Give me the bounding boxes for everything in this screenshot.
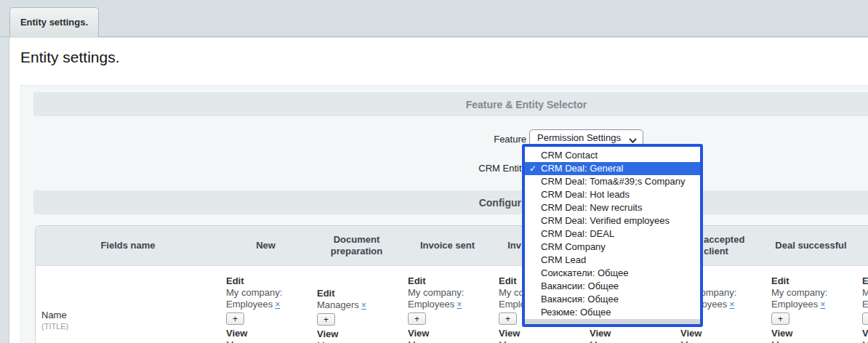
column-header: Document preparation <box>311 226 402 265</box>
dropdown-option-label: CRM Lead <box>541 254 586 265</box>
dropdown-option[interactable]: Вакансия: Общее <box>525 293 700 306</box>
dropdown-option-label: Соискатели: Общее <box>541 267 629 278</box>
permission-group-label: Edit <box>862 275 868 287</box>
column-header: New <box>220 226 311 265</box>
remove-permission-link[interactable]: × <box>820 299 825 310</box>
permission-group: ViewMy company: <box>408 328 490 343</box>
permission-group-label: Edit <box>408 275 490 287</box>
permission-group: ViewMy company: <box>862 328 868 343</box>
permission-group: ViewManagers× <box>317 328 399 343</box>
permission-value: Employees <box>408 299 454 310</box>
permission-value: My company: <box>680 339 736 343</box>
permission-value: My company: <box>590 339 646 343</box>
permission-value: Managers <box>317 299 359 310</box>
permissions-table: Fields nameNewDocument preparationInvoic… <box>35 225 868 343</box>
dropdown-option-label: CRM Deal: Hot leads <box>541 189 630 200</box>
permission-group: ViewMy company: <box>226 328 308 343</box>
entity-settings-page: Entity settings. Entity settings. Featur… <box>0 0 868 343</box>
dropdown-option-label: CRM Deal: DEAL <box>541 228 614 239</box>
table-header-row: Fields nameNewDocument preparationInvoic… <box>36 226 868 266</box>
dropdown-option[interactable]: Соискатели: Общее <box>525 267 700 280</box>
permission-value: My company: <box>771 339 827 343</box>
configure-section-title: Configur <box>33 190 521 214</box>
dropdown-option[interactable]: CRM Company <box>525 241 700 254</box>
field-code: (TITLE) <box>41 322 217 331</box>
permission-cell: EditMy company:Employees×+ViewMy company… <box>402 266 493 343</box>
add-permission-button[interactable]: + <box>408 312 426 325</box>
column-header: Invoice sent <box>402 226 493 265</box>
permission-group: ViewMy company: <box>680 328 763 343</box>
dropdown-option[interactable]: Резюме: Общее <box>525 306 700 319</box>
permission-value: My company: <box>499 339 555 343</box>
permission-value: My company: <box>226 339 282 343</box>
feature-entity-selector-header: Feature & Entity Selector <box>33 92 868 116</box>
permission-group: EditMy company:Employees× <box>862 275 868 310</box>
permission-group-label: Edit <box>317 288 399 299</box>
permission-value: My company: <box>408 339 464 343</box>
dropdown-option-label: Резюме: Общее <box>541 307 611 318</box>
permission-group-label: Edit <box>226 275 308 287</box>
add-permission-button[interactable]: + <box>862 312 868 325</box>
dropdown-option[interactable]: ✓CRM Deal: General <box>525 162 700 175</box>
dropdown-option-label: CRM Company <box>541 241 606 252</box>
permission-value: My company: <box>862 339 868 343</box>
dropdown-option-label: CRM Deal: Toma&#39;s Company <box>541 176 685 187</box>
column-header: Fields name <box>36 226 220 265</box>
permission-cell: EditMy company:Employees×+ViewMy company… <box>856 266 868 343</box>
crm-entity-dropdown: CRM Contact✓CRM Deal: GeneralCRM Deal: T… <box>522 144 703 327</box>
tab-bar: Entity settings. <box>0 0 868 37</box>
dropdown-option[interactable]: CRM Deal: Verified employees <box>525 214 700 227</box>
dropdown-option[interactable]: CRM Deal: New recruits <box>525 201 700 214</box>
remove-permission-link[interactable]: × <box>729 299 734 310</box>
permission-value: My company: <box>771 287 827 298</box>
permission-value: Employees <box>226 299 273 310</box>
permission-group-label: View <box>408 328 490 339</box>
permission-group-label: View <box>317 328 399 340</box>
dropdown-option-label: Вакансия: Общее <box>541 294 619 304</box>
permission-cell: EditMy company:Employees×+ViewMy company… <box>220 266 311 343</box>
field-name-cell: Name(TITLE) <box>36 266 220 343</box>
dropdown-option[interactable]: CRM Deal: DEAL <box>525 227 700 241</box>
add-permission-button[interactable]: + <box>771 312 789 325</box>
column-header <box>856 226 868 265</box>
permission-value: Employees <box>771 299 818 310</box>
permission-group: EditMy company:Employees× <box>408 275 490 310</box>
permission-group: EditManagers× <box>317 288 399 311</box>
tab-entity-settings[interactable]: Entity settings. <box>9 7 99 37</box>
remove-permission-link[interactable]: × <box>361 300 366 310</box>
permission-cell: EditManagers×+ViewManagers× <box>311 266 402 343</box>
permission-group-label: View <box>680 328 763 339</box>
table-row: Name(TITLE)EditMy company:Employees×+Vie… <box>36 266 868 343</box>
permission-value: Employees <box>862 299 868 310</box>
permission-group: ViewMy company: <box>590 328 672 343</box>
permission-value: Managers <box>317 340 359 343</box>
permission-group: ViewMy company: <box>771 328 853 343</box>
entity-dropdown-list: CRM Contact✓CRM Deal: GeneralCRM Deal: T… <box>525 149 700 319</box>
configure-section-header: Configur <box>33 190 868 214</box>
dropdown-option[interactable]: CRM Deal: Hot leads <box>525 188 700 201</box>
dropdown-option[interactable]: CRM Lead <box>525 254 700 267</box>
add-permission-button[interactable]: + <box>499 312 517 325</box>
feature-label: Feature <box>381 134 526 145</box>
remove-permission-link[interactable]: × <box>275 299 280 310</box>
permission-group: ViewMy company: <box>499 328 581 343</box>
field-name: Name <box>41 310 217 320</box>
permission-cell: EditMy company:Employees×+ViewMy company… <box>765 266 856 343</box>
add-permission-button[interactable]: + <box>317 313 335 326</box>
crm-entity-label: CRM Entity <box>381 163 526 174</box>
permission-group-label: View <box>862 328 868 339</box>
column-header: Deal successful <box>765 226 856 265</box>
permission-value: My company: <box>226 287 282 298</box>
permission-group: EditMy company:Employees× <box>226 275 308 310</box>
dropdown-option[interactable]: Вакансии: Общее <box>525 280 700 293</box>
feature-select-value: Permission Settings <box>537 132 621 143</box>
page-title: Entity settings. <box>20 49 120 66</box>
remove-permission-link[interactable]: × <box>457 299 462 310</box>
permission-group-label: View <box>590 328 672 339</box>
dropdown-option-label: CRM Deal: General <box>541 163 623 174</box>
dropdown-option[interactable]: CRM Contact <box>525 149 700 162</box>
add-permission-button[interactable]: + <box>226 312 244 325</box>
dropdown-footer <box>525 319 700 324</box>
dropdown-option-label: CRM Deal: Verified employees <box>541 215 670 226</box>
dropdown-option[interactable]: CRM Deal: Toma&#39;s Company <box>525 175 700 188</box>
